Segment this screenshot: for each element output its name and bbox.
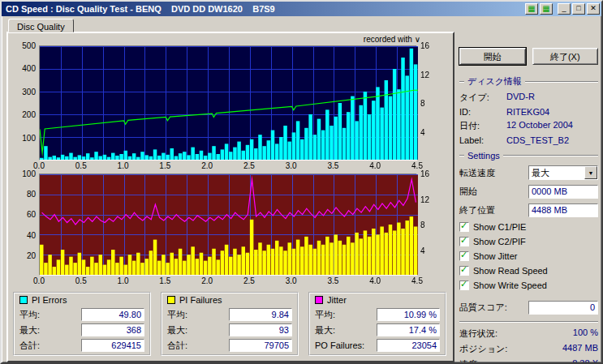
checkbox-show-c2-pif[interactable]: ✓ bbox=[459, 237, 469, 246]
pi-failures-right-axis: 16 12 8 4 bbox=[417, 173, 441, 276]
checkbox-show-write-speed[interactable]: ✓ bbox=[459, 280, 469, 290]
chevron-down-icon[interactable]: ▼ bbox=[584, 166, 597, 179]
progress-value: 100 % bbox=[573, 328, 598, 340]
jitter-max-label: 最大: bbox=[315, 324, 335, 336]
checkbox-show-c1-pie-label: Show C1/PIE bbox=[473, 222, 526, 232]
pi-errors-chart: 500 400 300 200 100 16 12 8 4 bbox=[11, 45, 448, 172]
jitter-stats-box: Jitter 平均: 10.99 % 最大: 17.4 % PO Failure… bbox=[308, 292, 446, 356]
pi-failures-x-axis: 0.0 0.5 1.0 1.5 2.0 2.5 3.0 3.5 4.0 4.5 bbox=[39, 276, 417, 287]
titlebar-tool-icon-2[interactable]: ▦ bbox=[540, 3, 553, 15]
pi-errors-x-axis: 0.0 0.5 1.0 1.5 2.0 2.5 3.0 3.5 4.0 4.5 bbox=[39, 161, 417, 172]
pi-errors-max-value: 368 bbox=[81, 323, 144, 336]
disc-type-label: タイプ: bbox=[459, 92, 506, 104]
end-position-label: 終了位置 bbox=[459, 204, 495, 216]
checkbox-show-jitter-label: Show Jitter bbox=[473, 251, 517, 261]
jitter-max-value: 17.4 % bbox=[377, 323, 440, 336]
titlebar-tool-icon-1[interactable]: ▦ bbox=[525, 3, 538, 15]
tab-row: Disc Quality bbox=[6, 19, 454, 32]
right-panel: 開始 終了(X) ディスク情報 タイプ: DVD-R ID: RITEKG04 … bbox=[459, 19, 598, 359]
transfer-speed-label: 転送速度 bbox=[459, 167, 495, 179]
checkbox-show-c2-pif-label: Show C2/PIF bbox=[473, 237, 526, 246]
quality-score-value: 0 bbox=[528, 301, 598, 315]
title-bar: CD Speed : Disc Quality Test - BENQ DVD … bbox=[2, 2, 601, 16]
pi-failures-chart: 100 80 60 40 20 16 12 8 4 bbox=[11, 173, 448, 287]
pi-errors-canvas bbox=[40, 46, 418, 160]
quality-score-label: 品質スコア: bbox=[459, 302, 507, 314]
checkbox-show-jitter[interactable]: ✓ bbox=[459, 251, 469, 261]
window-body: Disc Quality recorded with ∨ 500 400 300… bbox=[2, 16, 601, 362]
disc-id-value: RITEKG04 bbox=[506, 107, 549, 117]
jitter-average-label: 平均: bbox=[315, 309, 335, 321]
check-icon: ✓ bbox=[460, 235, 467, 246]
jitter-swatch bbox=[315, 296, 323, 304]
position-label: ポジション: bbox=[459, 343, 507, 355]
pi-failures-stats-box: PI Failures 平均: 9.84 最大: 93 合計: 79705 bbox=[161, 292, 299, 356]
pi-errors-swatch bbox=[19, 296, 28, 304]
jitter-average-value: 10.99 % bbox=[377, 308, 440, 321]
pi-errors-average-value: 49.80 bbox=[81, 308, 144, 321]
disc-date-label: 日付: bbox=[459, 120, 506, 132]
pi-errors-right-axis: 16 12 8 4 bbox=[417, 45, 441, 161]
pi-failures-average-label: 平均: bbox=[167, 309, 187, 321]
disc-label-label: Label: bbox=[459, 135, 506, 145]
pi-failures-canvas bbox=[40, 174, 418, 275]
window-title: CD Speed : Disc Quality Test - BENQ DVD … bbox=[6, 4, 523, 14]
pi-errors-left-axis: 500 400 300 200 100 bbox=[11, 45, 39, 161]
pi-errors-total-value: 629415 bbox=[81, 339, 144, 352]
jitter-title: Jitter bbox=[327, 295, 347, 305]
pi-failures-plot bbox=[39, 173, 417, 276]
tab-disc-quality[interactable]: Disc Quality bbox=[8, 19, 74, 32]
pi-errors-title: PI Errors bbox=[32, 295, 67, 305]
pi-errors-average-label: 平均: bbox=[19, 309, 40, 321]
check-icon: ✓ bbox=[460, 250, 467, 260]
recorded-with-note: recorded with ∨ bbox=[11, 35, 448, 45]
speed-value: 8.38 X bbox=[572, 358, 598, 364]
pi-failures-total-value: 79705 bbox=[229, 339, 292, 352]
progress-label: 進行状況: bbox=[459, 328, 497, 340]
divider bbox=[459, 321, 598, 323]
transfer-speed-select[interactable]: 最大 ▼ bbox=[528, 165, 598, 180]
start-button[interactable]: 開始 bbox=[459, 48, 526, 65]
speed-label: 速度: bbox=[459, 358, 480, 364]
end-position-field[interactable]: 4488 MB bbox=[528, 203, 598, 217]
pi-failures-title: PI Failures bbox=[179, 295, 222, 305]
pi-failures-swatch bbox=[167, 296, 175, 304]
maximize-button[interactable]: □ bbox=[572, 3, 585, 15]
pi-errors-stats-box: PI Errors 平均: 49.80 最大: 368 合計: 629415 bbox=[13, 292, 151, 356]
minimize-button[interactable]: _ bbox=[558, 3, 571, 15]
start-position-field[interactable]: 0000 MB bbox=[528, 185, 598, 199]
pi-failures-max-value: 93 bbox=[229, 323, 292, 336]
start-position-label: 開始 bbox=[459, 186, 477, 198]
pi-errors-plot bbox=[39, 45, 417, 161]
disc-quality-panel: recorded with ∨ 500 400 300 200 100 16 bbox=[6, 32, 454, 362]
app-window: CD Speed : Disc Quality Test - BENQ DVD … bbox=[0, 0, 603, 364]
pi-failures-max-label: 最大: bbox=[167, 324, 187, 336]
disc-id-label: ID: bbox=[459, 107, 506, 117]
check-icon: ✓ bbox=[460, 279, 467, 289]
statistics-row: PI Errors 平均: 49.80 最大: 368 合計: 629415 P… bbox=[11, 292, 448, 356]
close-button[interactable]: ✕ bbox=[587, 3, 600, 15]
disc-date-value: 12 October 2004 bbox=[506, 120, 573, 132]
exit-button[interactable]: 終了(X) bbox=[532, 48, 599, 65]
disc-type-value: DVD-R bbox=[506, 92, 535, 104]
position-value: 4487 MB bbox=[562, 343, 598, 355]
checkbox-show-c1-pie[interactable]: ✓ bbox=[459, 222, 469, 232]
disc-label-value: CDS_TEST_B2 bbox=[506, 135, 569, 145]
disc-info-header: ディスク情報 bbox=[459, 75, 598, 88]
tab-control: Disc Quality recorded with ∨ 500 400 300… bbox=[6, 19, 454, 359]
check-icon: ✓ bbox=[460, 221, 467, 231]
check-icon: ✓ bbox=[460, 264, 467, 275]
checkbox-show-write-speed-label: Show Write Speed bbox=[473, 280, 547, 290]
po-failures-value: 23054 bbox=[377, 339, 440, 352]
po-failures-label: PO Failures: bbox=[315, 340, 364, 350]
pi-failures-average-value: 9.84 bbox=[229, 308, 292, 321]
pi-errors-total-label: 合計: bbox=[19, 340, 40, 352]
checkbox-show-read-speed[interactable]: ✓ bbox=[459, 266, 469, 276]
settings-header: Settings bbox=[459, 151, 598, 161]
pi-failures-left-axis: 100 80 60 40 20 bbox=[11, 173, 39, 276]
pi-failures-total-label: 合計: bbox=[167, 340, 187, 352]
pi-errors-max-label: 最大: bbox=[19, 324, 40, 336]
checkbox-show-read-speed-label: Show Read Speed bbox=[473, 266, 548, 276]
